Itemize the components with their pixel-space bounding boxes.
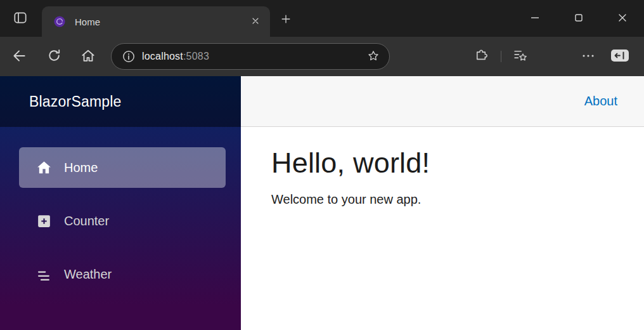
maximize-icon [571, 10, 586, 27]
top-row: About [241, 76, 644, 127]
refresh-button[interactable] [42, 45, 65, 68]
new-tab-button[interactable] [276, 10, 295, 29]
tab-strip: Home [0, 0, 644, 37]
refresh-icon [46, 48, 62, 65]
about-link[interactable]: About [584, 94, 617, 109]
window-controls [513, 0, 644, 37]
favorites-list-star-icon [512, 48, 528, 65]
page-viewport: BlazorSample Home [0, 76, 644, 330]
minimize-icon [527, 10, 543, 27]
browser-tab-home[interactable]: Home [42, 6, 270, 37]
tab-actions-button[interactable] [10, 9, 30, 28]
brand-row: BlazorSample [0, 76, 241, 127]
close-icon [615, 10, 630, 27]
nav-label: Counter [64, 214, 109, 228]
puzzle-icon [473, 48, 489, 65]
tab-actions-icon [12, 10, 29, 28]
tab-close-button[interactable] [247, 13, 264, 30]
plus-square-icon [35, 213, 53, 230]
sidebar-item-weather[interactable]: Weather [19, 254, 226, 294]
app-brand-link[interactable]: BlazorSample [29, 93, 122, 110]
tab-title: Home [75, 16, 247, 27]
site-info-icon[interactable] [120, 48, 137, 65]
sidebar-item-home[interactable]: Home [19, 147, 226, 188]
ellipsis-icon [581, 48, 596, 65]
toolbar-divider [501, 51, 501, 62]
minimize-button[interactable] [513, 0, 557, 37]
url-port: :5083 [183, 51, 209, 62]
close-icon [250, 16, 261, 28]
browser-home-button[interactable] [77, 45, 100, 68]
sidebar-panel-icon [610, 47, 630, 66]
list-icon [35, 266, 53, 283]
main-content: About Hello, world! Welcome to your new … [241, 76, 644, 330]
add-favorite-button[interactable] [364, 47, 383, 66]
close-window-button[interactable] [600, 0, 644, 37]
content-article: Hello, world! Welcome to your new app. [241, 127, 644, 227]
back-button[interactable] [8, 45, 30, 68]
nav-label: Weather [64, 267, 112, 282]
welcome-text: Welcome to your new app. [271, 192, 614, 207]
settings-menu-button[interactable] [577, 45, 600, 68]
sidebar-item-counter[interactable]: Counter [19, 201, 226, 241]
house-icon [35, 159, 53, 176]
url-host: localhost [142, 51, 183, 62]
address-bar[interactable]: localhost:5083 [111, 43, 390, 70]
nav-menu: Home Counter Weath [0, 127, 241, 294]
nav-label: Home [64, 161, 98, 175]
back-arrow-icon [11, 48, 27, 66]
blazor-logo-icon [53, 15, 66, 28]
url-text[interactable]: localhost:5083 [142, 51, 209, 62]
home-icon [80, 48, 96, 66]
maximize-button[interactable] [557, 0, 600, 37]
favorites-button[interactable] [508, 45, 531, 68]
browser-window: Home [0, 0, 644, 330]
sidebar-toggle-button[interactable] [609, 45, 631, 68]
browser-toolbar: localhost:5083 [0, 37, 644, 76]
app-sidebar: BlazorSample Home [0, 76, 241, 330]
star-icon [366, 49, 380, 65]
page-title: Hello, world! [271, 147, 614, 180]
plus-icon [280, 13, 292, 27]
extensions-button[interactable] [469, 45, 492, 68]
